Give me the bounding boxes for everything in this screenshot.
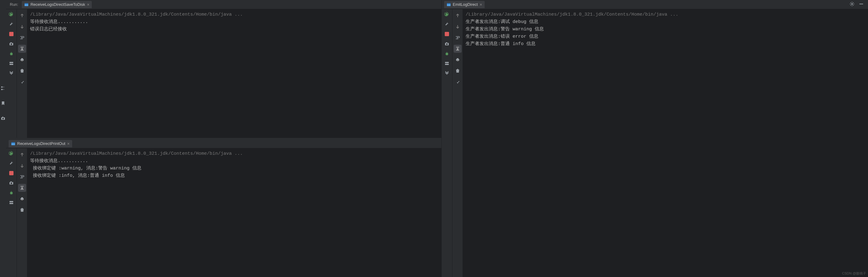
down-arrow-icon[interactable]	[18, 23, 26, 31]
right-column: EmitLogDirect ×	[441, 0, 868, 277]
scroll-to-end-icon[interactable]	[18, 184, 26, 192]
application-icon	[24, 2, 29, 7]
header-actions	[849, 2, 868, 7]
up-arrow-icon[interactable]	[18, 12, 26, 20]
soft-wrap-icon[interactable]	[454, 34, 462, 42]
svg-rect-13	[9, 64, 13, 65]
close-icon[interactable]: ×	[67, 141, 70, 146]
bug-icon[interactable]	[9, 51, 14, 57]
pin-icon[interactable]	[18, 78, 26, 86]
trash-icon[interactable]	[454, 67, 462, 75]
svg-rect-10	[10, 42, 12, 43]
camera-tool-icon[interactable]	[1, 116, 5, 122]
svg-rect-4	[2, 117, 3, 118]
layout-icon[interactable]	[9, 200, 14, 205]
svg-point-21	[11, 183, 12, 184]
up-arrow-icon[interactable]	[454, 12, 462, 20]
watermark: CSDN @嗷桃子	[842, 271, 866, 276]
camera-icon[interactable]	[9, 41, 14, 46]
bookmarks-tool-icon[interactable]	[1, 101, 5, 107]
console-output-3[interactable]: /Library/Java/JavaVirtualMachines/jdk1.8…	[463, 9, 868, 277]
svg-rect-7	[9, 32, 13, 36]
svg-rect-18	[11, 142, 15, 143]
svg-rect-28	[21, 200, 23, 200]
svg-rect-15	[21, 58, 23, 59]
camera-icon[interactable]	[444, 41, 450, 46]
trash-icon[interactable]	[18, 206, 26, 214]
structure-tool-icon[interactable]	[1, 86, 5, 92]
svg-rect-25	[9, 203, 13, 204]
tab-emit-log-direct[interactable]: EmitLogDirect ×	[444, 1, 485, 8]
run-toolbar-left-2	[6, 148, 17, 277]
print-icon[interactable]	[454, 56, 462, 64]
console-toolbar-left	[17, 9, 27, 138]
svg-rect-27	[21, 197, 23, 198]
tab-receive-save-disk[interactable]: ReceiveLogsDirectSaveToDisk ×	[22, 1, 92, 8]
console-line: 生产者发出消息:错误 error 信息	[466, 33, 865, 40]
minimize-icon[interactable]	[859, 2, 864, 7]
panel-top-left: /Library/Java/JavaVirtualMachines/jdk1.8…	[6, 9, 441, 138]
tab-bar-bottom-left: ReceiveLogsDirectPrintOut ×	[6, 139, 441, 148]
java-path-line: /Library/Java/JavaVirtualMachines/jdk1.8…	[466, 11, 865, 19]
svg-rect-19	[9, 171, 13, 175]
camera-icon[interactable]	[9, 180, 14, 186]
pin-icon[interactable]	[454, 78, 462, 86]
console-toolbar-left-2	[17, 148, 27, 277]
run-label: Run:	[10, 2, 18, 7]
application-icon	[446, 2, 451, 7]
print-icon[interactable]	[18, 195, 26, 203]
down-arrow-icon[interactable]	[18, 162, 26, 170]
soft-wrap-icon[interactable]	[18, 34, 26, 42]
trash-icon[interactable]	[18, 67, 26, 75]
wrench-icon[interactable]	[444, 22, 450, 27]
up-arrow-icon[interactable]	[18, 151, 26, 159]
expand-icon[interactable]	[9, 70, 14, 76]
svg-rect-39	[445, 64, 449, 65]
tab-bar-top-left: Run: ReceiveLogsDirectSaveToDisk ×	[6, 0, 441, 9]
svg-rect-0	[1, 86, 2, 88]
ide-left-gutter	[0, 0, 6, 277]
wrench-icon[interactable]	[9, 161, 14, 166]
svg-point-9	[11, 43, 12, 45]
stop-button[interactable]	[9, 31, 14, 37]
scroll-to-end-icon[interactable]	[454, 45, 462, 53]
java-path-line: /Library/Java/JavaVirtualMachines/jdk1.8…	[30, 150, 438, 158]
panel-bottom-left: /Library/Java/JavaVirtualMachines/jdk1.8…	[6, 148, 441, 277]
close-icon[interactable]: ×	[480, 2, 482, 7]
rerun-button[interactable]	[444, 12, 450, 17]
svg-point-35	[446, 43, 448, 45]
tab-receive-print-out[interactable]: ReceiveLogsDirectPrintOut ×	[9, 140, 72, 147]
console-line: 错误日志已经接收	[30, 26, 438, 33]
rerun-button[interactable]	[9, 12, 14, 17]
console-line: 生产者发出消息:普通 info 信息	[466, 40, 865, 48]
console-output-1[interactable]: /Library/Java/JavaVirtualMachines/jdk1.8…	[27, 9, 441, 138]
run-toolbar-left	[6, 9, 17, 138]
layout-icon[interactable]	[9, 61, 14, 66]
bug-icon[interactable]	[444, 51, 450, 57]
stop-button[interactable]	[444, 31, 450, 37]
run-toolbar-right	[442, 9, 452, 277]
expand-icon[interactable]	[444, 70, 450, 76]
svg-rect-16	[21, 60, 23, 61]
settings-icon[interactable]	[849, 2, 855, 7]
svg-rect-42	[457, 60, 459, 61]
console-output-2[interactable]: /Library/Java/JavaVirtualMachines/jdk1.8…	[27, 148, 441, 277]
bug-icon[interactable]	[9, 190, 14, 196]
scroll-to-end-icon[interactable]	[18, 45, 26, 53]
svg-rect-38	[445, 62, 449, 63]
console-line: 等待接收消息...........	[30, 19, 438, 26]
layout-icon[interactable]	[444, 61, 450, 66]
down-arrow-icon[interactable]	[454, 23, 462, 31]
svg-rect-32	[859, 4, 863, 4]
soft-wrap-icon[interactable]	[18, 173, 26, 181]
svg-rect-24	[9, 201, 13, 202]
left-column: Run: ReceiveLogsDirectSaveToDisk ×	[6, 0, 441, 277]
close-icon[interactable]: ×	[87, 2, 89, 7]
rerun-button[interactable]	[9, 151, 14, 156]
main-area: Run: ReceiveLogsDirectSaveToDisk ×	[6, 0, 868, 277]
console-line: 生产者发出消息:警告 warning 信息	[466, 26, 865, 33]
stop-button[interactable]	[9, 170, 14, 176]
wrench-icon[interactable]	[9, 22, 14, 27]
svg-rect-30	[447, 3, 451, 4]
print-icon[interactable]	[18, 56, 26, 64]
